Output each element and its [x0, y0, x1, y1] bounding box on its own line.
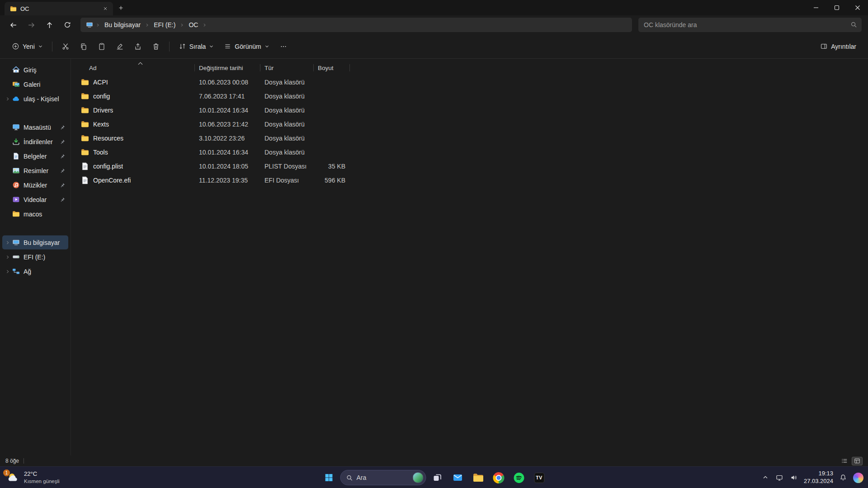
- chevron-right-icon[interactable]: [4, 240, 11, 245]
- spotify-button[interactable]: [510, 469, 528, 487]
- forward-button[interactable]: [23, 17, 40, 33]
- chevron-right-icon[interactable]: [144, 23, 150, 27]
- sidebar-item-masa-st[interactable]: Masaüstü: [2, 120, 68, 134]
- tv-app-button[interactable]: TV: [530, 469, 548, 487]
- clock[interactable]: 19:13 27.03.2024: [804, 470, 833, 485]
- sort-button-label: Sırala: [189, 43, 206, 50]
- sidebar-item-ula-ki-isel[interactable]: ulaş - Kişisel: [2, 92, 68, 106]
- share-button[interactable]: [129, 38, 146, 55]
- mail-app-button[interactable]: [449, 469, 467, 487]
- up-button[interactable]: [41, 17, 58, 33]
- file-name: ACPI: [93, 79, 108, 86]
- file-explorer-window: OC Bu bilgisayar: [0, 0, 868, 466]
- close-tab-icon[interactable]: [100, 4, 110, 14]
- sidebar-item-label: Müzikler: [24, 182, 60, 189]
- chevron-right-icon[interactable]: [4, 269, 11, 274]
- new-button[interactable]: Yeni: [7, 38, 47, 55]
- explorer-tab[interactable]: OC: [5, 2, 113, 15]
- file-name: config: [93, 93, 110, 100]
- mail-icon: [453, 472, 463, 483]
- breadcrumb[interactable]: Bu bilgisayar EFI (E:) OC: [80, 18, 632, 32]
- breadcrumb-item[interactable]: EFI (E:): [150, 19, 179, 30]
- weather-icon: 1: [6, 471, 20, 484]
- weather-widget[interactable]: 1 22°C Kısmen güneşli: [2, 467, 64, 488]
- sidebar-item-icon: [11, 123, 21, 131]
- chevron-right-icon[interactable]: [95, 23, 101, 27]
- file-row-config[interactable]: config 7.06.2023 17:41 Dosya klasörü: [77, 89, 868, 103]
- chevron-right-icon[interactable]: [4, 255, 11, 259]
- column-header-size[interactable]: Boyut: [313, 61, 350, 74]
- sidebar-item-i-ndirilenler[interactable]: İndirilenler: [2, 135, 68, 149]
- details-view-button[interactable]: [852, 457, 863, 465]
- start-button[interactable]: [320, 469, 338, 487]
- sidebar-item-galeri[interactable]: Galeri: [2, 77, 68, 91]
- sidebar-item-macos[interactable]: macos: [2, 207, 68, 221]
- close-button[interactable]: [847, 0, 868, 15]
- details-pane-button[interactable]: Ayrıntılar: [816, 38, 861, 55]
- copilot-icon[interactable]: [853, 473, 863, 483]
- search-highlight-icon[interactable]: [413, 472, 424, 483]
- weather-temperature: 22°C: [24, 470, 60, 478]
- file-type: Dosya klasörü: [260, 149, 313, 156]
- task-view-button[interactable]: [429, 469, 447, 487]
- file-row-opencore-efi[interactable]: OpenCore.efi 11.12.2023 19:35 EFI Dosyas…: [77, 173, 868, 187]
- list-view-button[interactable]: [839, 457, 850, 465]
- chrome-button[interactable]: [490, 469, 508, 487]
- sidebar-quick: Giriş Galeri ulaş - Kişisel: [0, 63, 71, 106]
- breadcrumb-item[interactable]: Bu bilgisayar: [101, 19, 144, 30]
- sidebar-item-a[interactable]: Ağ: [2, 264, 68, 278]
- file-explorer-button[interactable]: [469, 469, 487, 487]
- sidebar-item-resimler[interactable]: Resimler: [2, 164, 68, 178]
- maximize-button[interactable]: [826, 0, 847, 15]
- column-header-name[interactable]: Ad: [77, 61, 194, 74]
- tray-chevron-up-icon[interactable]: [761, 474, 769, 482]
- cut-button[interactable]: [57, 38, 74, 55]
- sort-button[interactable]: Sırala: [174, 38, 219, 55]
- file-row-resources[interactable]: Resources 3.10.2022 23:26 Dosya klasörü: [77, 131, 868, 145]
- volume-icon[interactable]: [789, 473, 798, 482]
- sidebar-item-giri[interactable]: Giriş: [2, 63, 68, 77]
- file-row-acpi[interactable]: ACPI 10.06.2023 00:08 Dosya klasörü: [77, 75, 868, 89]
- column-header-type[interactable]: Tür: [260, 61, 313, 74]
- file-icon: [81, 106, 89, 114]
- taskbar-search[interactable]: Ara: [340, 470, 426, 485]
- delete-button[interactable]: [147, 38, 165, 55]
- column-header-date[interactable]: Değiştirme tarihi: [194, 61, 260, 74]
- refresh-button[interactable]: [59, 17, 76, 33]
- network-icon[interactable]: [775, 473, 784, 482]
- file-icon: [81, 92, 89, 100]
- search-icon[interactable]: [850, 21, 857, 28]
- file-row-drivers[interactable]: Drivers 10.01.2024 16:34 Dosya klasörü: [77, 103, 868, 117]
- sidebar-item-m-zikler[interactable]: Müzikler: [2, 178, 68, 192]
- chevron-right-icon[interactable]: [202, 23, 208, 27]
- view-button[interactable]: Görünüm: [219, 38, 274, 55]
- sidebar-tree: Bu bilgisayar EFI (E:) Ağ: [0, 235, 71, 278]
- minimize-button[interactable]: [806, 0, 826, 15]
- paste-button[interactable]: [93, 38, 110, 55]
- file-row-config-plist[interactable]: config.plist 10.01.2024 18:05 PLIST Dosy…: [77, 159, 868, 173]
- spotify-icon: [513, 472, 524, 483]
- sidebar-item-icon: [11, 138, 21, 145]
- file-explorer-icon: [472, 472, 484, 483]
- breadcrumb-item[interactable]: OC: [185, 19, 202, 30]
- more-button[interactable]: [275, 38, 292, 55]
- file-row-kexts[interactable]: Kexts 10.06.2023 21:42 Dosya klasörü: [77, 117, 868, 131]
- search-input[interactable]: [638, 18, 862, 32]
- chevron-right-icon[interactable]: [4, 97, 11, 101]
- notification-bell-icon[interactable]: [839, 473, 848, 482]
- new-tab-button[interactable]: [116, 3, 126, 13]
- file-name: OpenCore.efi: [93, 177, 131, 184]
- sidebar-gap: [0, 221, 71, 235]
- sidebar-item-videolar[interactable]: Videolar: [2, 192, 68, 206]
- sidebar-item-efi-e[interactable]: EFI (E:): [2, 250, 68, 264]
- rename-button[interactable]: [111, 38, 128, 55]
- chevron-right-icon[interactable]: [179, 23, 185, 27]
- copy-icon: [80, 42, 88, 51]
- title-bar[interactable]: OC: [0, 0, 868, 15]
- sidebar-item-belgeler[interactable]: Belgeler: [2, 149, 68, 163]
- sidebar-item-bu-bilgisayar[interactable]: Bu bilgisayar: [2, 235, 68, 249]
- status-bar: 8 öğe: [0, 455, 868, 466]
- file-row-tools[interactable]: Tools 10.01.2024 16:34 Dosya klasörü: [77, 145, 868, 159]
- back-button[interactable]: [5, 17, 22, 33]
- copy-button[interactable]: [75, 38, 92, 55]
